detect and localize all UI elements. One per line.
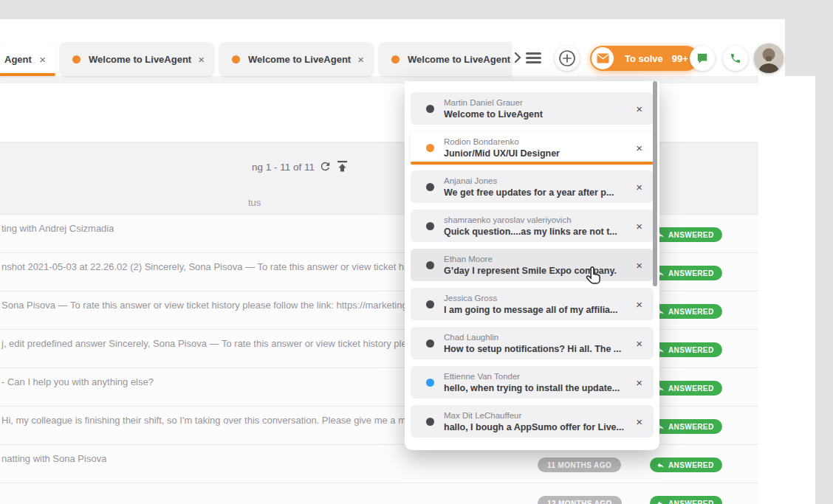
customer-name: Ethan Moore bbox=[444, 254, 617, 265]
dropdown-ticket-item[interactable]: Anjanai JonesWe get free updates for a y… bbox=[411, 170, 654, 203]
customer-name: Martin Daniel Grauer bbox=[444, 97, 543, 108]
ticket-preview: - Can I help you with anything else? bbox=[1, 376, 154, 387]
dropdown-ticket-item[interactable]: Chad LaughlinHow to setup notifications?… bbox=[411, 327, 654, 359]
customer-name: Anjanai Jones bbox=[444, 176, 614, 187]
close-icon[interactable]: × bbox=[636, 338, 642, 349]
status-badge: ANSWERED bbox=[650, 227, 722, 242]
close-icon[interactable]: × bbox=[636, 221, 642, 232]
tab-welcome-1[interactable]: Welcome to LiveAgent × bbox=[60, 42, 214, 76]
ticket-status-icon bbox=[426, 144, 434, 152]
avatar[interactable] bbox=[754, 44, 784, 73]
phone-button[interactable] bbox=[723, 46, 748, 71]
status-badge: ANSWERED bbox=[650, 381, 722, 396]
close-icon[interactable]: × bbox=[39, 54, 46, 65]
customer-name: Jessica Gross bbox=[444, 293, 617, 304]
open-tickets-dropdown: Martin Daniel GrauerWelcome to LiveAgent… bbox=[405, 81, 659, 450]
close-icon[interactable]: × bbox=[636, 377, 642, 388]
pagination-label: ng 1 - 11 of 11 bbox=[252, 162, 315, 173]
close-icon[interactable]: × bbox=[636, 142, 642, 153]
status-badge: ANSWERED bbox=[650, 304, 722, 319]
ticket-subject: How to setup notifications? Hi all. The … bbox=[444, 343, 621, 355]
tab-label: Welcome to LiveAgent bbox=[408, 54, 510, 65]
tab-label: Welcome to LiveAgent bbox=[248, 54, 351, 65]
ticket-subject: Quick question....as my links are not t.… bbox=[444, 226, 617, 238]
active-tab-indicator bbox=[0, 73, 55, 76]
ticket-status-icon bbox=[426, 339, 434, 348]
ticket-status-icon bbox=[426, 418, 434, 426]
customer-name: Chad Laughlin bbox=[444, 332, 621, 343]
customer-name: Ettienne Van Tonder bbox=[444, 371, 620, 382]
envelope-icon bbox=[592, 47, 614, 69]
dropdown-ticket-item[interactable]: Martin Daniel GrauerWelcome to LiveAgent… bbox=[411, 92, 654, 125]
status-badge: ANSWERED bbox=[650, 266, 722, 280]
desktop-background bbox=[785, 0, 815, 76]
dropdown-ticket-item[interactable]: Max Dit LeChauffeurhallo, I bough a AppS… bbox=[411, 405, 654, 438]
close-icon[interactable]: × bbox=[357, 54, 364, 65]
status-badge: ANSWERED bbox=[650, 342, 722, 357]
time-badge: 12 MONTHS AGO bbox=[538, 496, 622, 504]
tab-label: Welcome to LiveAgent bbox=[89, 54, 191, 65]
ticket-preview: Sona Pisova — To rate this answer or vie… bbox=[1, 300, 408, 311]
ticket-preview: j, edit predefined answer Sincerely, Son… bbox=[1, 338, 412, 349]
dropdown-ticket-item-hovered[interactable]: Ethan MooreG’day I represent Smile Expo … bbox=[411, 249, 654, 281]
close-icon[interactable]: × bbox=[636, 182, 642, 193]
dropdown-ticket-item[interactable]: shamraenko yaroslav valeriyovichQuick qu… bbox=[411, 210, 654, 242]
tab-label: Agent bbox=[4, 54, 32, 65]
ticket-preview: natting with Sona Pisova bbox=[1, 453, 106, 464]
ticket-status-icon bbox=[72, 55, 80, 63]
status-column-header: tus bbox=[248, 197, 261, 208]
dropdown-ticket-item[interactable]: Jessica GrossI am going to message all o… bbox=[411, 288, 654, 320]
ticket-subject: We get free updates for a year after p..… bbox=[444, 187, 614, 199]
time-badge: 11 MONTHS AGO bbox=[538, 458, 621, 472]
tab-welcome-3[interactable]: Welcome to LiveAgent bbox=[379, 42, 512, 76]
liveagent-screen: Agent × Welcome to LiveAgent × Welcome t… bbox=[0, 0, 833, 504]
customer-name: Max Dit LeChauffeur bbox=[444, 410, 624, 421]
chevron-right-icon[interactable] bbox=[512, 51, 524, 67]
ticket-preview: Hi, my colleague is finishing their shif… bbox=[1, 415, 406, 426]
refresh-icon[interactable] bbox=[319, 160, 332, 176]
ticket-status-icon bbox=[426, 300, 434, 308]
close-icon[interactable]: × bbox=[636, 299, 642, 310]
chat-button[interactable] bbox=[690, 46, 715, 71]
ticket-subject: I am going to message all of my affilia.… bbox=[444, 304, 617, 316]
to-solve-button[interactable]: To solve 99+ bbox=[590, 46, 699, 71]
ticket-status-icon bbox=[426, 183, 434, 191]
ticket-preview: nshot 2021-05-03 at 22.26.02 (2) Sincere… bbox=[1, 261, 411, 272]
ticket-subject: Junior/Mid UX/UI Designer bbox=[444, 148, 560, 159]
tab-welcome-2[interactable]: Welcome to LiveAgent × bbox=[219, 42, 374, 76]
ticket-subject: Welcome to LiveAgent bbox=[444, 108, 543, 120]
add-ticket-button[interactable] bbox=[555, 46, 580, 71]
customer-name: shamraenko yaroslav valeriyovich bbox=[444, 215, 617, 226]
hand-cursor-icon bbox=[584, 266, 604, 290]
status-badge: ANSWERED bbox=[650, 419, 722, 434]
scrollbar-thumb[interactable] bbox=[653, 81, 657, 286]
ticket-subject: hello, when trying to install the update… bbox=[444, 382, 620, 394]
to-solve-label: To solve bbox=[625, 53, 663, 64]
close-icon[interactable]: × bbox=[636, 103, 642, 114]
dropdown-ticket-item-active[interactable]: Rodion BondarenkoJunior/Mid UX/UI Design… bbox=[411, 131, 654, 164]
close-icon[interactable]: × bbox=[198, 54, 205, 65]
close-icon[interactable]: × bbox=[636, 260, 642, 271]
ticket-status-icon bbox=[426, 379, 434, 387]
tab-agent[interactable]: Agent × bbox=[0, 42, 55, 76]
status-badge: ANSWERED bbox=[650, 496, 722, 504]
customer-name: Rodion Bondarenko bbox=[444, 137, 560, 148]
ticket-status-icon bbox=[426, 261, 434, 269]
status-badge: ANSWERED bbox=[650, 458, 722, 472]
menu-icon[interactable] bbox=[526, 52, 541, 66]
ticket-preview: ting with Andrej Csizmadia bbox=[1, 223, 114, 234]
ticket-subject: hallo, I bough a AppSumo offer for Live.… bbox=[444, 421, 624, 433]
to-solve-count: 99+ bbox=[672, 53, 688, 64]
ticket-status-icon bbox=[391, 55, 400, 63]
close-icon[interactable]: × bbox=[636, 416, 642, 427]
ticket-status-icon bbox=[426, 105, 434, 113]
dropdown-ticket-item[interactable]: Ettienne Van Tonderhello, when trying to… bbox=[411, 366, 654, 398]
ticket-status-icon bbox=[232, 55, 240, 63]
ticket-row[interactable]: 12 MONTHS AGO ANSWERED bbox=[0, 483, 758, 504]
scroll-top-icon[interactable] bbox=[337, 160, 348, 176]
ticket-status-icon bbox=[426, 222, 434, 230]
